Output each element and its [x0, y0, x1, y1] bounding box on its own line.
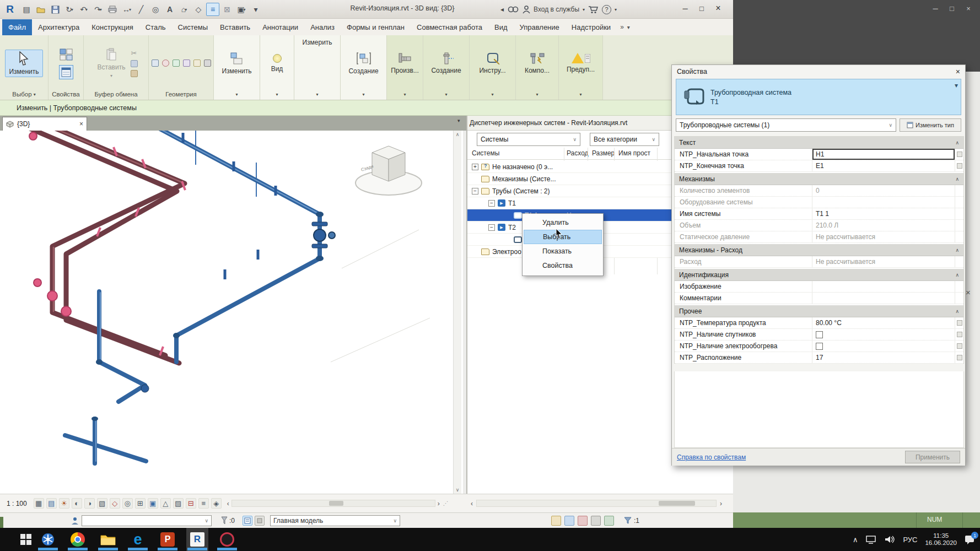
- print-icon[interactable]: [106, 3, 119, 16]
- visual-style-icon[interactable]: ▤: [46, 498, 57, 509]
- browser-scroll-left-icon[interactable]: ‹: [471, 500, 473, 507]
- editing-requests-icon[interactable]: [220, 516, 228, 525]
- panel-geometry-label[interactable]: Геометрия: [149, 89, 213, 100]
- column-systems[interactable]: Системы: [472, 149, 499, 157]
- panel-create-expander[interactable]: ▾: [341, 89, 386, 100]
- type-selector-dropdown-icon[interactable]: ▾: [952, 79, 961, 115]
- satellites-checkbox[interactable]: [816, 331, 823, 338]
- taskbar-app-settings[interactable]: [37, 528, 59, 551]
- temporary-hide-icon[interactable]: ◎: [122, 498, 133, 509]
- tab-overflow-icon[interactable]: »: [620, 19, 624, 35]
- language-indicator[interactable]: РУС: [903, 536, 917, 544]
- crop-region-icon[interactable]: ◇: [110, 498, 120, 509]
- view-button[interactable]: Вид: [268, 53, 287, 74]
- properties-close-icon[interactable]: ×: [956, 67, 960, 76]
- edit-type-button[interactable]: Изменить тип: [900, 118, 961, 132]
- tab-annotate[interactable]: Аннотации: [256, 19, 304, 35]
- select-pinned-icon[interactable]: [591, 516, 601, 526]
- properties-help-link[interactable]: Справка по свойствам: [677, 453, 746, 461]
- taskbar-app-recorder[interactable]: [216, 528, 238, 551]
- panel-properties-label[interactable]: Свойства: [49, 89, 83, 100]
- panel-warnings-expander[interactable]: ▾: [559, 89, 602, 100]
- worksharing-display-icon[interactable]: ▨: [173, 498, 184, 509]
- scroll-down-icon[interactable]: ∨: [456, 487, 460, 493]
- category-filter-dropdown[interactable]: Все категории∨: [590, 133, 659, 146]
- measure-icon[interactable]: ╱: [134, 3, 148, 16]
- taskbar-app-chrome[interactable]: [67, 528, 89, 551]
- warnings-button[interactable]: Предуп...: [563, 52, 598, 74]
- cut-geometry-icon[interactable]: [162, 60, 169, 67]
- hscroll-right-icon[interactable]: ›: [438, 500, 440, 507]
- column-flow[interactable]: Расход: [567, 149, 589, 157]
- user-icon[interactable]: [523, 6, 530, 14]
- value-start-point[interactable]: H1: [812, 149, 955, 160]
- search-icon[interactable]: [507, 5, 519, 14]
- signin-label[interactable]: Вход в службы: [534, 6, 579, 13]
- taskbar-app-edge[interactable]: e: [127, 528, 149, 551]
- section-mechanical[interactable]: Механизмы∧: [675, 173, 963, 185]
- panel-clipboard-label[interactable]: Буфер обмена: [84, 89, 148, 100]
- signin-dropdown-icon[interactable]: ▾: [583, 7, 585, 12]
- section-text[interactable]: Текст∧: [675, 137, 963, 149]
- value-comments[interactable]: [812, 293, 955, 304]
- collapse-icon[interactable]: −: [488, 224, 495, 231]
- resize-grip-icon[interactable]: ⋰: [443, 500, 449, 506]
- viewport-vertical-scrollbar[interactable]: ∧ ∨: [453, 131, 461, 494]
- tab-massing-site[interactable]: Формы и генплан: [341, 19, 411, 35]
- section-icon[interactable]: ◇: [192, 3, 205, 16]
- shadows-icon[interactable]: ◐: [72, 498, 82, 509]
- displacement-icon[interactable]: ≡: [198, 498, 209, 509]
- default-3d-view-icon[interactable]: ⌂▾: [177, 3, 191, 16]
- minimize-button[interactable]: ─: [677, 0, 693, 17]
- strip-chevron-icon[interactable]: ▾: [457, 118, 460, 123]
- copy-icon[interactable]: [131, 60, 138, 67]
- tab-manage[interactable]: Управление: [514, 19, 566, 35]
- maximize-button[interactable]: □: [693, 0, 710, 17]
- tag-icon[interactable]: ◎: [149, 3, 162, 16]
- render-icon[interactable]: ◑: [84, 498, 95, 509]
- menu-item-properties[interactable]: Свойства: [523, 258, 603, 273]
- tab-file[interactable]: Файл: [2, 19, 32, 35]
- associate-param-button[interactable]: [957, 343, 962, 349]
- sun-path-icon[interactable]: ☀: [59, 498, 69, 509]
- notification-center-icon[interactable]: 1: [965, 534, 976, 544]
- offset-icon[interactable]: [183, 60, 190, 67]
- apply-button[interactable]: Применить: [905, 451, 960, 463]
- network-icon[interactable]: [865, 535, 876, 544]
- reveal-hidden-icon[interactable]: ⊞: [135, 498, 146, 509]
- tab-insert[interactable]: Вставить: [214, 19, 256, 35]
- volume-icon[interactable]: [884, 535, 895, 544]
- text-icon[interactable]: A: [163, 3, 176, 16]
- temporary-properties-icon[interactable]: ▣: [148, 498, 158, 509]
- panel-select-label[interactable]: Выбор▾: [0, 89, 48, 100]
- measure-button[interactable]: Измерить: [299, 37, 335, 47]
- elements-dropdown[interactable]: Трубопроводные системы (1)∨: [676, 118, 896, 132]
- paint-icon[interactable]: [193, 60, 201, 67]
- value-system-name[interactable]: Т1 1: [812, 208, 955, 219]
- clock[interactable]: 11:35 16.06.2020: [925, 532, 957, 547]
- tab-analyze[interactable]: Анализ: [304, 19, 341, 35]
- column-size[interactable]: Размер: [592, 149, 615, 157]
- thin-lines-icon[interactable]: ≡: [206, 3, 219, 16]
- cope-icon[interactable]: [152, 60, 159, 67]
- help-dropdown-icon[interactable]: ▾: [615, 7, 617, 12]
- start-button[interactable]: [15, 528, 37, 551]
- demolish-icon[interactable]: [204, 60, 211, 67]
- panel-modify-expander[interactable]: ▾: [214, 89, 260, 100]
- revit-logo[interactable]: R: [3, 3, 17, 16]
- hscroll-left-icon[interactable]: ‹: [227, 500, 229, 507]
- reveal-constraints-icon[interactable]: ◈: [211, 498, 222, 509]
- workset-dropdown[interactable]: ∨: [82, 515, 212, 526]
- taskbar-app-powerpoint[interactable]: P: [157, 528, 179, 551]
- redo-icon[interactable]: ↷▾: [91, 3, 105, 16]
- bg-close-button[interactable]: ×: [960, 2, 977, 14]
- scroll-up-icon[interactable]: ∧: [456, 132, 460, 137]
- instruments-button[interactable]: Инстру...: [476, 51, 509, 75]
- properties-palette-icon[interactable]: [59, 47, 73, 62]
- detail-level-icon[interactable]: ▦: [34, 498, 44, 509]
- relinquish-icon[interactable]: [255, 516, 265, 526]
- save-icon[interactable]: [49, 3, 62, 16]
- tab-addins[interactable]: Надстройки: [566, 19, 617, 35]
- section-mechanical-flow[interactable]: Механизмы - Расход∧: [675, 244, 963, 256]
- tab-architecture[interactable]: Архитектура: [32, 19, 85, 35]
